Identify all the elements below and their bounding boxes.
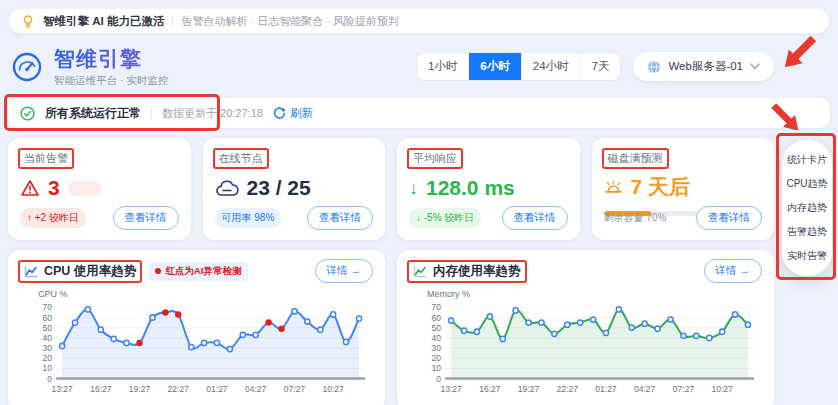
memory-trend-card: 内存使用率趋势 详情 → Memory %01020304050607013:2…	[397, 250, 774, 405]
gauge-icon	[10, 50, 44, 84]
nav-cpu-trend[interactable]: CPU趋势	[786, 173, 828, 195]
svg-text:60: 60	[43, 313, 53, 323]
floating-nav-menu: 统计卡片 CPU趋势 内存趋势 告警趋势 实时告警	[782, 140, 832, 276]
anomaly-legend: 红点为AI异常检测	[148, 262, 248, 281]
warning-triangle-icon	[20, 179, 40, 197]
nav-alert-trend[interactable]: 告警趋势	[786, 221, 828, 243]
chevron-down-icon	[750, 63, 760, 70]
svg-text:01:27: 01:27	[206, 384, 228, 394]
card-avg-response: 平均响应 ↓ 128.0 ms ↓ -5% 较昨日 查看详情	[397, 138, 580, 240]
time-range-7d[interactable]: 7天	[580, 53, 621, 80]
divider	[172, 15, 173, 27]
globe-icon	[647, 60, 661, 74]
svg-text:01:27: 01:27	[595, 384, 617, 394]
availability-badge: 可用率 98%	[215, 208, 282, 228]
charts-row: CPU 使用率趋势 红点为AI异常检测 详情 → CPU %0102030405…	[8, 250, 774, 405]
view-details-button[interactable]: 查看详情	[696, 206, 762, 230]
svg-text:07:27: 07:27	[673, 384, 695, 394]
view-details-button[interactable]: 查看详情	[113, 206, 179, 230]
disk-full-eta: 7 天后	[631, 173, 691, 201]
svg-text:22:27: 22:27	[168, 384, 190, 394]
delta-badge: ↓ -5% 较昨日	[409, 208, 481, 228]
svg-text:20: 20	[432, 353, 442, 363]
time-range-24h[interactable]: 24小时	[521, 53, 580, 80]
svg-text:19:27: 19:27	[129, 384, 151, 394]
svg-text:13:27: 13:27	[51, 384, 73, 394]
refresh-button[interactable]: 刷新	[273, 106, 313, 121]
svg-text:40: 40	[432, 333, 442, 343]
svg-text:Memory %: Memory %	[427, 289, 470, 299]
memory-chart-title-wrap: 内存使用率趋势	[407, 260, 527, 283]
delta-badge: ↑ +2 较昨日	[20, 208, 86, 228]
stat-cards-row: 当前告警 3 ↑ +2 较昨日 查看详情 在线节点 23 / 25 可用率 98…	[8, 138, 774, 240]
card-disk-forecast: 磁盘满预测 7 天后 剩余容量 70% 查看详情	[592, 138, 775, 240]
svg-text:0: 0	[47, 374, 52, 384]
view-details-button[interactable]: 查看详情	[502, 206, 568, 230]
page-title: 智维引擎	[54, 45, 168, 73]
card-title: 磁盘满预测	[602, 148, 669, 169]
svg-text:30: 30	[432, 343, 442, 353]
svg-text:04:27: 04:27	[245, 384, 267, 394]
cpu-trend-card: CPU 使用率趋势 红点为AI异常检测 详情 → CPU %0102030405…	[8, 250, 385, 405]
updated-timestamp: 数据更新于 20:27:18	[162, 106, 263, 121]
line-chart-icon	[24, 265, 38, 278]
svg-text:16:27: 16:27	[479, 384, 501, 394]
memory-details-button[interactable]: 详情 →	[704, 259, 762, 283]
status-text: 所有系统运行正常	[45, 105, 141, 122]
svg-text:50: 50	[43, 323, 53, 333]
time-range-segment: 1小时 6小时 24小时 7天	[416, 52, 622, 81]
red-dot-icon	[155, 268, 161, 274]
banner-subtitle: 告警自动解析 · 日志智能聚合 · 风险提前预判	[181, 14, 399, 29]
svg-text:10: 10	[432, 363, 442, 373]
server-selector-label: Web服务器-01	[668, 59, 743, 74]
arrow-down-icon: ↓	[409, 179, 418, 197]
svg-text:16:27: 16:27	[90, 384, 112, 394]
svg-text:22:27: 22:27	[557, 384, 579, 394]
nav-live-alerts[interactable]: 实时告警	[786, 245, 828, 267]
svg-text:70: 70	[43, 302, 53, 312]
system-status-bar: 所有系统运行正常 数据更新于 20:27:18 刷新	[8, 98, 830, 128]
card-title: 当前告警	[18, 148, 74, 169]
svg-text:20: 20	[43, 353, 53, 363]
ai-banner: 智维引擎 AI 能力已激活 告警自动解析 · 日志智能聚合 · 风险提前预判	[8, 8, 830, 34]
svg-text:40: 40	[43, 333, 53, 343]
nav-stat-cards[interactable]: 统计卡片	[786, 149, 828, 171]
time-range-6h[interactable]: 6小时	[468, 53, 520, 80]
cpu-usage-chart: CPU %01020304050607013:2716:2719:2722:27…	[20, 287, 373, 403]
svg-text:07:27: 07:27	[284, 384, 306, 394]
svg-text:13:27: 13:27	[440, 384, 462, 394]
cloud-icon	[215, 180, 239, 197]
server-selector-dropdown[interactable]: Web服务器-01	[633, 52, 774, 81]
svg-text:30: 30	[43, 343, 53, 353]
chart-title: CPU 使用率趋势	[44, 263, 136, 280]
alert-pulse-badge	[68, 181, 102, 196]
page-subtitle: 智能运维平台 · 实时监控	[54, 74, 168, 88]
card-title: 在线节点	[213, 148, 269, 169]
alert-count: 3	[48, 176, 60, 200]
svg-text:70: 70	[432, 302, 442, 312]
svg-text:10:27: 10:27	[712, 384, 734, 394]
svg-text:60: 60	[432, 313, 442, 323]
response-time: 128.0 ms	[426, 176, 515, 200]
svg-text:CPU %: CPU %	[38, 289, 68, 299]
divider	[151, 107, 152, 119]
time-range-1h[interactable]: 1小时	[417, 53, 468, 80]
cpu-details-button[interactable]: 详情 →	[315, 259, 373, 283]
alarm-icon	[604, 179, 623, 195]
chart-title: 内存使用率趋势	[433, 263, 521, 280]
svg-text:50: 50	[432, 323, 442, 333]
svg-text:10:27: 10:27	[323, 384, 345, 394]
card-online-nodes: 在线节点 23 / 25 可用率 98% 查看详情	[203, 138, 386, 240]
svg-text:19:27: 19:27	[518, 384, 540, 394]
page-header: 智维引擎 智能运维平台 · 实时监控 1小时 6小时 24小时 7天 Web服务…	[10, 45, 832, 88]
capacity-note: 剩余容量 70%	[604, 211, 667, 225]
nav-memory-trend[interactable]: 内存趋势	[786, 197, 828, 219]
svg-text:0: 0	[436, 374, 441, 384]
refresh-icon	[273, 107, 286, 120]
line-chart-icon	[413, 265, 427, 278]
svg-text:10: 10	[43, 363, 53, 373]
view-details-button[interactable]: 查看详情	[307, 206, 373, 230]
memory-usage-chart: Memory %01020304050607013:2716:2719:2722…	[409, 287, 762, 403]
check-circle-icon	[20, 106, 35, 121]
banner-title: 智维引擎 AI 能力已激活	[43, 14, 164, 29]
